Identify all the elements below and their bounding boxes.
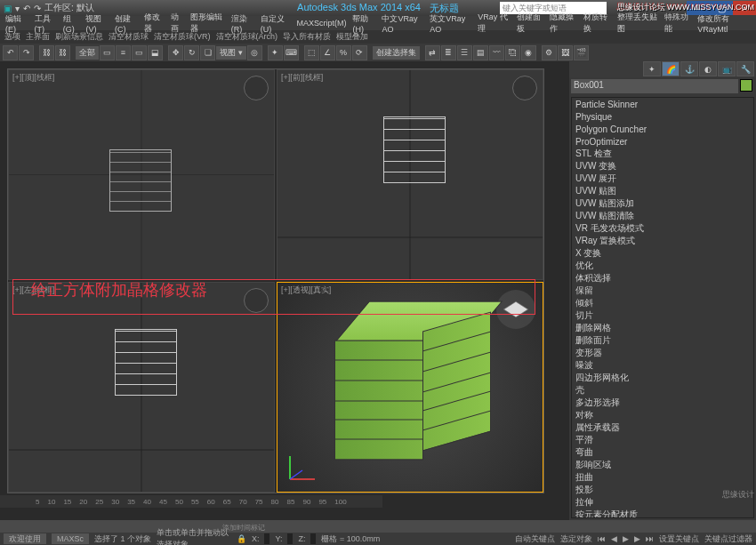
- modifier-item[interactable]: UVW 展开: [572, 172, 753, 185]
- play-next-icon[interactable]: ▶: [634, 534, 640, 543]
- timeline-ruler[interactable]: 5101520253035404550556065707580859095100: [0, 495, 382, 508]
- menu-item[interactable]: 隐藏操作: [548, 12, 579, 35]
- manip-button[interactable]: ✦: [268, 45, 283, 60]
- rotate-button[interactable]: ↻: [184, 45, 199, 60]
- menu-item[interactable]: 材质转换: [582, 12, 613, 35]
- selection-filter-dropdown[interactable]: 全部: [76, 46, 99, 60]
- submenu-item[interactable]: 主界面: [24, 31, 52, 43]
- modifier-item[interactable]: 多边形选择: [572, 397, 753, 409]
- maxscript-tab[interactable]: MAXSc: [52, 533, 89, 544]
- hierarchy-tab[interactable]: ⚓: [680, 61, 698, 76]
- menu-item[interactable]: 修改所有VRayMtl: [696, 13, 752, 34]
- viewport-label[interactable]: [+][顶][线框]: [12, 72, 54, 84]
- modifier-item[interactable]: ProOptimizer: [572, 135, 753, 148]
- menu-item[interactable]: 英文VRay AO: [428, 13, 473, 34]
- menu-item[interactable]: VRay 代理: [476, 12, 511, 35]
- modifier-item[interactable]: 按元素分配材质: [572, 509, 753, 518]
- submenu-item[interactable]: 选项: [3, 31, 22, 43]
- mirror-button[interactable]: ⇄: [425, 45, 440, 60]
- pivot-button[interactable]: ◎: [247, 45, 262, 60]
- modifier-item[interactable]: 弯曲: [572, 446, 753, 459]
- schematic-button[interactable]: ⿻: [505, 45, 520, 60]
- modifier-item[interactable]: 四边形网格化: [572, 372, 753, 384]
- modifier-item[interactable]: Particle Skinner: [572, 98, 753, 110]
- modifier-item[interactable]: 属性承载器: [572, 421, 753, 434]
- object-name-field[interactable]: Box001: [571, 79, 738, 93]
- select-name-button[interactable]: ≡: [116, 45, 131, 60]
- qa-btn[interactable]: ▾: [15, 4, 20, 13]
- play-prev-icon[interactable]: ◀: [611, 534, 617, 543]
- move-button[interactable]: ✥: [168, 45, 183, 60]
- viewcube-icon[interactable]: [512, 76, 537, 100]
- link-button[interactable]: ⛓: [39, 45, 54, 60]
- menu-item[interactable]: 中文VRay AO: [380, 13, 425, 34]
- create-tab[interactable]: ✦: [643, 61, 661, 76]
- modifier-item[interactable]: X 变换: [572, 247, 753, 260]
- viewport-top[interactable]: [+][顶][线框]: [8, 69, 275, 280]
- submenu-item[interactable]: 清空材质球(VR): [152, 31, 213, 43]
- modifier-item[interactable]: UVW 变换: [572, 160, 753, 172]
- welcome-tab[interactable]: 欢迎使用: [4, 533, 46, 544]
- modifier-list[interactable]: Particle SkinnerPhysiquePolygon Cruncher…: [571, 97, 754, 518]
- redo-button[interactable]: ↷: [19, 45, 34, 60]
- modifier-item[interactable]: 切片: [572, 309, 753, 322]
- modifier-item[interactable]: 影响区域: [572, 459, 753, 471]
- spinner-snap-button[interactable]: ⟳: [352, 45, 367, 60]
- layers-button[interactable]: ☰: [457, 45, 472, 60]
- rect-region-button[interactable]: ▭: [132, 45, 147, 60]
- viewport-front[interactable]: [+][前][线框]: [277, 69, 543, 280]
- redo-icon[interactable]: ↷: [34, 4, 41, 13]
- modifier-item[interactable]: 删除网格: [572, 322, 753, 334]
- viewcube-icon[interactable]: [244, 76, 269, 100]
- snap-button[interactable]: ⬚: [304, 45, 319, 60]
- ref-coord-dropdown[interactable]: 视图 ▾: [216, 46, 246, 60]
- play-icon[interactable]: ▶: [623, 534, 629, 543]
- modifier-item[interactable]: 壳: [572, 384, 753, 397]
- modifier-item[interactable]: 噪波: [572, 359, 753, 372]
- modifier-item[interactable]: 保留: [572, 285, 753, 297]
- material-editor-button[interactable]: ◉: [521, 45, 536, 60]
- modifier-item[interactable]: UVW 贴图添加: [572, 197, 753, 210]
- keymode-button[interactable]: ⌨: [284, 45, 299, 60]
- scale-button[interactable]: ❏: [200, 45, 215, 60]
- modifier-item[interactable]: 优化: [572, 260, 753, 272]
- modifier-item[interactable]: 体积选择: [572, 272, 753, 285]
- x-coord-field[interactable]: [264, 533, 269, 544]
- modifier-item[interactable]: 删除面片: [572, 334, 753, 347]
- modifier-item[interactable]: VR 毛发农场模式: [572, 222, 753, 235]
- submenu-item[interactable]: 导入所有材质: [281, 31, 333, 43]
- undo-button[interactable]: ↶: [3, 45, 18, 60]
- modifier-item[interactable]: 平滑: [572, 434, 753, 446]
- lock-icon[interactable]: 🔒: [237, 534, 246, 543]
- modifier-item[interactable]: 扭曲: [572, 471, 753, 484]
- play-end-icon[interactable]: ⏭: [646, 534, 654, 543]
- box-object[interactable]: [334, 301, 486, 457]
- menu-item[interactable]: MAXScript(M): [294, 19, 348, 28]
- window-crossing-button[interactable]: ⬓: [148, 45, 163, 60]
- utilities-tab[interactable]: 🔧: [736, 61, 754, 76]
- ribbon-button[interactable]: ▤: [473, 45, 488, 60]
- percent-snap-button[interactable]: %: [336, 45, 351, 60]
- angle-snap-button[interactable]: ∠: [320, 45, 335, 60]
- menu-item[interactable]: 特殊功能: [663, 12, 694, 35]
- submenu-item[interactable]: 清空材质球: [107, 31, 150, 43]
- z-coord-field[interactable]: [310, 533, 316, 544]
- modifier-item[interactable]: UVW 贴图: [572, 185, 753, 197]
- viewport-label[interactable]: [+][前][线框]: [281, 72, 323, 84]
- motion-tab[interactable]: ◐: [699, 61, 717, 76]
- unlink-button[interactable]: ⛓: [55, 45, 70, 60]
- modifier-item[interactable]: Polygon Cruncher: [572, 123, 753, 135]
- menu-item[interactable]: 创建面板: [515, 12, 546, 35]
- selected-snap[interactable]: 选定对象: [560, 533, 592, 545]
- modifier-item[interactable]: 倾斜: [572, 297, 753, 309]
- menu-item[interactable]: 整理丢失贴图: [615, 12, 660, 35]
- named-selection-dropdown[interactable]: 创建选择集: [373, 46, 420, 60]
- keyfilter-button[interactable]: 关键点过滤器: [704, 533, 752, 545]
- modifier-item[interactable]: Physique: [572, 110, 753, 123]
- modifier-item[interactable]: STL 检查: [572, 148, 753, 160]
- align-button[interactable]: ≣: [441, 45, 456, 60]
- modifier-item[interactable]: VRay 置换模式: [572, 235, 753, 247]
- play-start-icon[interactable]: ⏮: [598, 534, 606, 543]
- undo-icon[interactable]: ↶: [23, 4, 30, 13]
- render-setup-button[interactable]: ⚙: [542, 45, 557, 60]
